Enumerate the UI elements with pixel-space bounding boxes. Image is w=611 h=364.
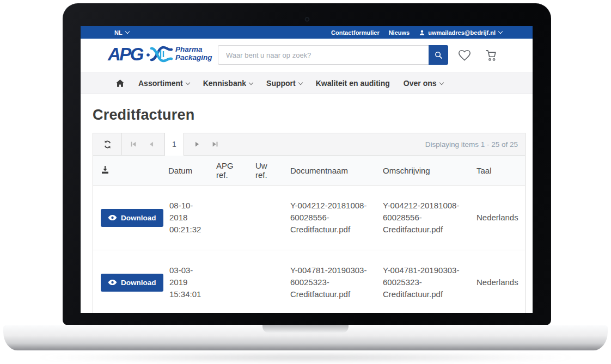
refresh-button[interactable] xyxy=(93,133,122,155)
nav-label: Assortiment xyxy=(138,79,183,88)
logo-wordmark: APG xyxy=(108,45,143,63)
cell-documentnaam: Y-004212-20181008-60028556-Creditfactuur… xyxy=(286,186,378,250)
laptop-reflection xyxy=(38,353,573,362)
main-navbar: Assortiment Kennisbank Support Kwaliteit… xyxy=(81,72,533,94)
eye-icon xyxy=(108,214,117,221)
eye-icon xyxy=(108,279,117,286)
browser-screen: NL Contactformulier Nieuws uwmailadres@b… xyxy=(81,26,533,313)
cell-apg-ref xyxy=(212,250,251,313)
download-icon xyxy=(101,165,109,174)
cell-uw-ref xyxy=(251,250,286,313)
laptop-mockup-stage: NL Contactformulier Nieuws uwmailadres@b… xyxy=(0,0,611,364)
cell-taal: Nederlands xyxy=(472,186,525,250)
table-row: Download 08-10-2018 00:21:32 Y-004212-20… xyxy=(93,186,525,250)
contact-link[interactable]: Contactformulier xyxy=(331,29,380,36)
grid-toolbar: Displaying items 1 - 25 of 25 xyxy=(93,133,525,156)
documents-table: Datum APG ref. Uw ref. Documentnaam Omsc… xyxy=(93,156,525,313)
account-menu[interactable]: uwmailadres@bedrijf.nl xyxy=(419,29,502,36)
nav-item-support[interactable]: Support xyxy=(266,79,302,88)
nav-home[interactable] xyxy=(115,79,125,88)
page-number-input[interactable] xyxy=(164,133,184,156)
next-page-button[interactable] xyxy=(192,139,202,149)
page-title: Creditfacturen xyxy=(93,107,524,124)
cell-omschrijving: Y-004781-20190303-60025323-Creditfactuur… xyxy=(378,250,472,313)
cell-taal: Nederlands xyxy=(472,250,525,313)
cell-apg-ref xyxy=(212,186,251,250)
nav-label: Over ons xyxy=(404,79,437,88)
nav-item-over-ons[interactable]: Over ons xyxy=(404,79,443,88)
documents-grid: Displaying items 1 - 25 of 25 xyxy=(93,133,526,313)
table-header-row: Datum APG ref. Uw ref. Documentnaam Omsc… xyxy=(93,156,525,186)
user-icon xyxy=(419,29,425,36)
laptop-lid-notch xyxy=(262,325,349,333)
header-taal[interactable]: Taal xyxy=(472,156,525,186)
logo-subtitle: Pharma Packaging xyxy=(175,46,212,61)
nav-label: Kennisbank xyxy=(203,79,246,88)
nav-label: Kwaliteit en auditing xyxy=(316,79,390,88)
laptop-base xyxy=(3,325,608,350)
header-download xyxy=(93,156,164,186)
pager-status: Displaying items 1 - 25 of 25 xyxy=(425,140,525,149)
download-button-label: Download xyxy=(121,279,156,287)
cell-documentnaam: Y-004781-20190303-60025323-Creditfactuur… xyxy=(286,250,378,313)
news-link[interactable]: Nieuws xyxy=(389,29,410,36)
cell-uw-ref xyxy=(251,186,286,250)
chevron-down-icon xyxy=(439,80,443,84)
chevron-down-icon xyxy=(498,29,503,34)
wishlist-button[interactable] xyxy=(457,48,472,64)
header-uw-ref[interactable]: Uw ref. xyxy=(251,156,286,186)
site-header: APG Pharma Packaging xyxy=(81,39,533,72)
header-apg-ref[interactable]: APG ref. xyxy=(212,156,251,186)
chevron-down-icon xyxy=(125,29,129,34)
home-icon xyxy=(115,79,125,88)
cell-datum: 03-03-2019 15:34:01 xyxy=(164,250,212,313)
locale-label: NL xyxy=(114,29,123,36)
account-email: uwmailadres@bedrijf.nl xyxy=(428,29,496,36)
chevron-down-icon xyxy=(185,80,190,84)
nav-item-assortiment[interactable]: Assortiment xyxy=(138,79,190,88)
table-row: Download 03-03-2019 15:34:01 Y-004781-20… xyxy=(93,250,525,313)
nav-label: Support xyxy=(266,79,296,88)
apg-logo[interactable]: APG Pharma Packaging xyxy=(108,44,212,64)
next-page-icon xyxy=(193,140,201,148)
webcam-dot xyxy=(305,17,309,21)
first-page-button[interactable] xyxy=(129,139,138,149)
last-page-button[interactable] xyxy=(210,139,220,149)
download-button[interactable]: Download xyxy=(101,274,163,292)
cart-icon xyxy=(484,48,498,62)
cell-omschrijving: Y-004212-20181008-60028556-Creditfactuur… xyxy=(378,186,472,250)
search-icon xyxy=(434,51,443,60)
download-button-label: Download xyxy=(121,214,156,222)
prev-page-icon xyxy=(148,140,155,148)
search-bar xyxy=(218,45,448,65)
download-button[interactable]: Download xyxy=(101,209,163,227)
chevron-down-icon xyxy=(298,80,302,84)
page-content: Creditfacturen xyxy=(81,94,533,313)
grid-pager xyxy=(122,133,220,155)
dna-helix-icon xyxy=(146,44,173,64)
header-documentnaam[interactable]: Documentnaam xyxy=(286,156,378,186)
header-datum[interactable]: Datum xyxy=(164,156,212,186)
last-page-icon xyxy=(211,140,219,148)
cell-datum: 08-10-2018 00:21:32 xyxy=(164,186,212,250)
cart-button[interactable] xyxy=(484,48,498,64)
locale-selector[interactable]: NL xyxy=(114,29,129,36)
prev-page-button[interactable] xyxy=(146,139,156,149)
refresh-icon xyxy=(103,140,112,149)
heart-icon xyxy=(457,48,472,61)
chevron-down-icon xyxy=(249,80,253,84)
nav-item-kwaliteit[interactable]: Kwaliteit en auditing xyxy=(316,79,390,88)
search-button[interactable] xyxy=(429,45,448,65)
first-page-icon xyxy=(130,140,137,148)
search-input[interactable] xyxy=(218,45,429,65)
header-omschrijving[interactable]: Omschrijving xyxy=(378,156,472,186)
utility-topbar: NL Contactformulier Nieuws uwmailadres@b… xyxy=(81,26,533,39)
nav-item-kennisbank[interactable]: Kennisbank xyxy=(203,79,253,88)
